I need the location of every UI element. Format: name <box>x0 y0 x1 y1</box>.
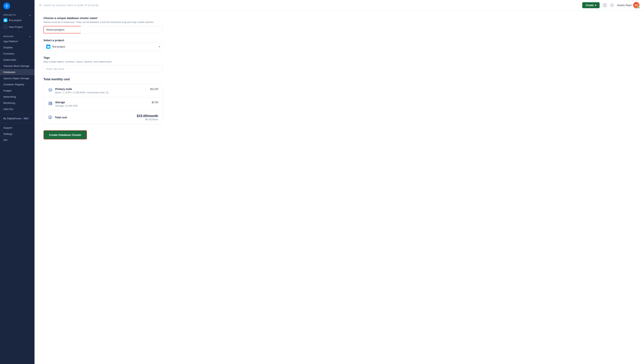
sidebar-logo[interactable] <box>0 0 34 12</box>
functions-label: Functions <box>3 52 14 55</box>
primary-node-price: $13.00 <box>150 88 158 91</box>
sidebar-item-droplets[interactable]: Droplets <box>0 45 34 51</box>
cluster-name-secondary-input[interactable] <box>81 26 163 34</box>
create-chevron-icon: ▾ <box>595 4 596 7</box>
tags-input[interactable] <box>44 65 163 73</box>
divider-1 <box>0 32 34 32</box>
sidebar-item-networking[interactable]: Networking <box>0 94 34 100</box>
cost-row-storage: Storage Storage: 10 GB SSD $2.00 <box>44 97 163 111</box>
sidebar-item-settings[interactable]: Settings <box>0 131 34 137</box>
total-row-left: Total cost <box>48 115 67 120</box>
create-button[interactable]: Create ▾ <box>582 2 600 8</box>
header: Create ▾ ? Kestra Team KT <box>34 0 644 11</box>
sidebar-item-first-project[interactable]: first-project <box>0 17 34 24</box>
sidebar-item-container-registry[interactable]: Container Registry <box>0 81 34 88</box>
sidebar-item-volumes[interactable]: Volumes Block Storage <box>0 63 34 69</box>
avatar-status-badge <box>638 7 640 9</box>
new-project-icon: + <box>3 25 8 29</box>
project-icon <box>3 18 8 22</box>
manage-collapse-icon[interactable]: ▲ <box>29 36 31 38</box>
manage-section-header: MANAGE ▲ <box>0 34 34 38</box>
total-row-label: Total cost <box>55 116 67 119</box>
cost-card: Primary node Basic / 1 vCPU / 1 GB RAM /… <box>44 84 163 124</box>
form-section: Choose a unique database cluster name* N… <box>44 17 163 139</box>
main-area: Create ▾ ? Kestra Team KT <box>34 0 644 364</box>
svg-rect-1 <box>4 20 6 21</box>
sidebar-item-functions[interactable]: Functions <box>0 51 34 57</box>
primary-node-detail: Basic / 1 vCPU / 1 GB RAM / Connection l… <box>55 91 108 94</box>
help-button[interactable]: ? <box>603 3 607 7</box>
svg-line-4 <box>41 6 42 7</box>
sidebar-item-api[interactable]: API <box>0 137 34 143</box>
sidebar-item-support[interactable]: Support <box>0 125 34 131</box>
tags-label: Tags <box>44 56 163 59</box>
page-content: Choose a unique database cluster name* N… <box>34 11 644 364</box>
user-info[interactable]: Kestra Team KT <box>617 2 640 9</box>
sidebar-item-spaces[interactable]: Spaces Object Storage <box>0 75 34 81</box>
cost-row-primary-node: Primary node Basic / 1 vCPU / 1 GB RAM /… <box>44 84 163 97</box>
svg-text:?: ? <box>604 4 606 7</box>
primary-node-name: Primary node <box>55 88 108 91</box>
cost-section: Total monthly cost <box>44 78 163 124</box>
primary-node-icon <box>48 88 52 92</box>
databases-label: Databases <box>3 71 16 74</box>
user-name: Kestra Team <box>617 4 632 7</box>
first-project-label: first-project <box>9 19 22 22</box>
sidebar-item-add-ons[interactable]: Add-Ons <box>0 106 34 112</box>
project-select-inner: first-project <box>46 45 65 49</box>
images-label: Images <box>3 89 12 92</box>
sidebar-item-databases[interactable]: Databases <box>0 69 34 75</box>
projects-section-header: PROJECTS ▲ <box>0 12 34 17</box>
sidebar-item-monitoring[interactable]: Monitoring <box>0 100 34 106</box>
total-cost-icon <box>48 115 52 120</box>
networking-label: Networking <box>3 95 16 98</box>
search-area <box>39 4 107 7</box>
tags-group: Tags May contain letters, numbers, colon… <box>44 56 163 73</box>
cost-title: Total monthly cost <box>44 78 163 81</box>
bydo-label: By DigitalOcean <box>3 117 22 120</box>
notifications-button[interactable] <box>610 3 614 7</box>
logo-icon <box>3 3 10 9</box>
svg-point-14 <box>51 103 52 104</box>
search-input[interactable] <box>44 4 107 7</box>
sidebar-item-images[interactable]: Images <box>0 88 34 94</box>
sidebar-item-new-project[interactable]: + New Project <box>0 24 34 30</box>
primary-node-info: Primary node Basic / 1 vCPU / 1 GB RAM /… <box>55 88 108 94</box>
search-icon <box>39 4 42 7</box>
add-ons-label: Add-Ons <box>3 108 13 111</box>
projects-collapse-icon[interactable]: ▲ <box>29 14 31 16</box>
svg-rect-7 <box>47 46 50 48</box>
svg-rect-8 <box>48 46 48 46</box>
project-select-group: Select a project first-project ▾ <box>44 39 163 51</box>
sidebar-item-bydo[interactable]: By DigitalOcean New <box>0 115 34 122</box>
sidebar: PROJECTS ▲ first-project + New Project M… <box>0 0 34 364</box>
total-hour: $0.022/hour <box>137 118 158 121</box>
app-platform-label: App Platform <box>3 40 18 43</box>
api-label: API <box>3 139 8 142</box>
divider-2 <box>0 114 34 114</box>
svg-point-15 <box>51 104 52 105</box>
svg-rect-2 <box>5 19 6 20</box>
spaces-label: Spaces Object Storage <box>3 77 29 80</box>
sidebar-item-kubernetes[interactable]: Kubernetes <box>0 57 34 63</box>
project-select-chevron-icon: ▾ <box>159 45 160 48</box>
required-asterisk: * <box>97 17 98 20</box>
storage-icon <box>48 101 52 106</box>
total-row: Total cost $15.00/month $0.022/hour <box>44 111 163 124</box>
svg-point-13 <box>51 102 52 103</box>
sidebar-item-app-platform[interactable]: App Platform <box>0 38 34 45</box>
cluster-name-hint: Names must be in lowercase. They can be … <box>44 20 163 24</box>
support-label: Support <box>3 126 12 129</box>
project-select[interactable]: first-project ▾ <box>44 43 163 51</box>
project-label: Select a project <box>44 39 163 42</box>
cluster-name-primary-input[interactable] <box>44 26 81 34</box>
tags-hint: May contain letters, numbers, colons, da… <box>44 60 163 64</box>
new-badge: New <box>23 117 29 120</box>
create-database-cluster-button[interactable]: Create Database Cluster <box>44 130 87 139</box>
kubernetes-label: Kubernetes <box>3 59 16 61</box>
droplets-label: Droplets <box>3 46 13 49</box>
cluster-name-label: Choose a unique database cluster name* <box>44 17 163 20</box>
project-select-value: first-project <box>52 45 65 48</box>
container-registry-label: Container Registry <box>3 83 24 86</box>
total-month: $15.00/month <box>137 114 158 118</box>
